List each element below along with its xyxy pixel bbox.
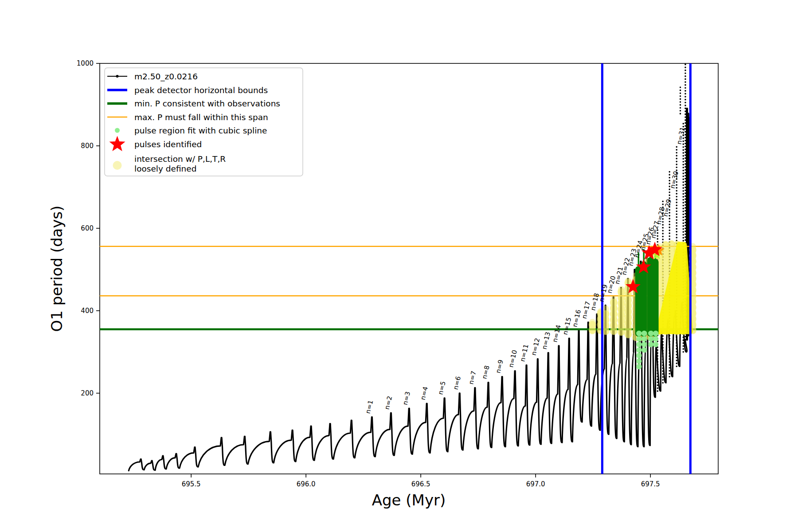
- legend-label: min. P consistent with observations: [134, 99, 280, 108]
- y-tick-label: 800: [81, 142, 94, 150]
- legend-label: max. P must fall within this span: [134, 113, 268, 122]
- y-tick-label: 200: [81, 389, 94, 397]
- legend-label: loosely defined: [134, 164, 196, 173]
- legend-handle-small-dot: [115, 128, 120, 133]
- pulse-label: n=10: [507, 349, 518, 368]
- y-tick-label: 1000: [77, 59, 94, 67]
- legend-label: pulse region fit with cubic spline: [134, 126, 267, 135]
- pulse-label: n=31: [676, 126, 687, 145]
- pulse-label: n=5: [437, 380, 446, 395]
- x-tick-label: 696.5: [411, 480, 430, 488]
- x-tick-label: 697.0: [526, 480, 545, 488]
- pulse-label: n=6: [452, 376, 462, 390]
- x-tick-label: 697.5: [641, 480, 660, 488]
- pulse-label: n=16: [571, 309, 582, 328]
- legend-label: intersection w/ P,L,T,R: [134, 154, 226, 164]
- plot-canvas: 695.5696.0696.5697.0697.5200400600800100…: [0, 0, 798, 532]
- legend-handle-big-dot: [113, 161, 122, 170]
- y-axis-label: O1 period (days): [48, 205, 66, 332]
- legend-handle-dot: [116, 75, 119, 78]
- legend-label: pulses identified: [134, 140, 202, 149]
- legend-label: m2.50_z0.0216: [134, 72, 198, 82]
- figure: 695.5696.0696.5697.0697.5200400600800100…: [0, 0, 798, 532]
- pulse-label: n=18: [589, 293, 600, 311]
- pulse-label: n=13: [541, 331, 552, 350]
- pulse-label: n=8: [481, 365, 490, 379]
- pulse-label: n=14: [551, 324, 562, 343]
- pulse-label: n=1: [364, 399, 374, 414]
- x-tick-label: 695.5: [182, 480, 201, 488]
- legend-label: peak detector horizontal bounds: [134, 86, 268, 95]
- pulse-label: n=11: [519, 344, 530, 362]
- pulse-label: n=4: [419, 386, 429, 400]
- y-tick-label: 400: [81, 307, 94, 315]
- x-axis-label: Age (Myr): [372, 491, 446, 509]
- x-tick-label: 696.0: [297, 480, 316, 488]
- pulse-label: n=9: [494, 359, 504, 374]
- pulse-label: n=2: [383, 395, 393, 410]
- chart-layers: 695.5696.0696.5697.0697.5200400600800100…: [77, 59, 718, 488]
- y-tick-label: 600: [81, 224, 94, 232]
- pulse-label: n=12: [530, 337, 541, 356]
- pulse-label: n=3: [402, 391, 411, 405]
- pulse-label: n=30: [669, 170, 680, 189]
- pulse-label: n=7: [467, 370, 477, 385]
- legend: m2.50_z0.0216peak detector horizontal bo…: [105, 68, 303, 176]
